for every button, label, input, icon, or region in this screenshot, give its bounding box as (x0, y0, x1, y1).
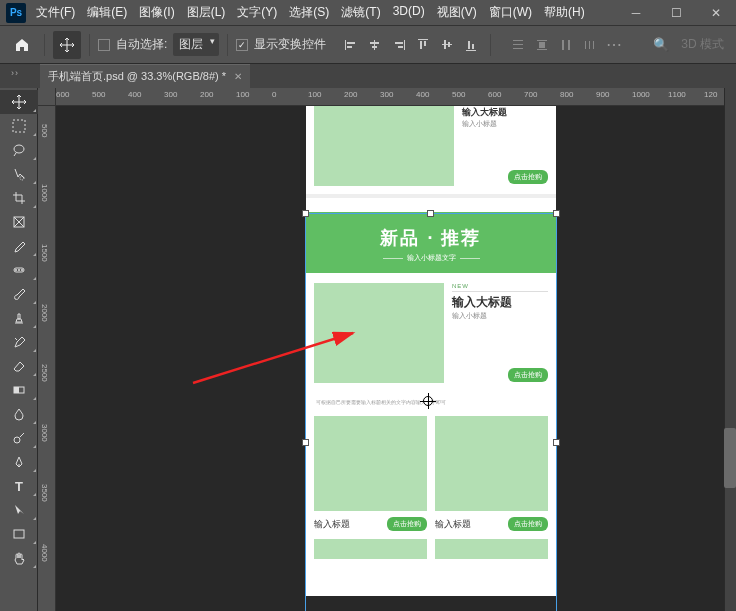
menu-view[interactable]: 视图(V) (431, 0, 483, 25)
marquee-tool[interactable] (0, 114, 38, 138)
top-big-title: 输入大标题 (462, 106, 548, 119)
svg-rect-20 (513, 48, 523, 49)
stamp-tool[interactable] (0, 306, 38, 330)
align-top-icon[interactable] (412, 34, 434, 56)
svg-rect-18 (513, 40, 523, 41)
ps-logo: Ps (6, 3, 26, 23)
blur-tool[interactable] (0, 402, 38, 426)
ruler-vertical[interactable]: 5001000150020002500300035004000 (38, 106, 56, 611)
history-brush-tool[interactable] (0, 330, 38, 354)
mid-btn: 点击抢购 (508, 368, 548, 382)
svg-rect-4 (370, 42, 379, 44)
quick-select-tool[interactable] (0, 162, 38, 186)
show-transform-checkbox[interactable]: ✓ (236, 39, 248, 51)
mid-small-title: 输入小标题 (452, 311, 548, 321)
menu-layer[interactable]: 图层(L) (181, 0, 232, 25)
svg-rect-37 (14, 387, 19, 393)
document-tab-bar: 手机端首页.psd @ 33.3%(RGB/8#) * ✕ (0, 64, 736, 88)
expand-toolbar-icon[interactable]: ›› (0, 64, 30, 82)
scrollbar-thumb[interactable] (724, 428, 736, 488)
move-tool[interactable] (0, 90, 38, 114)
dist-vc-icon[interactable] (531, 34, 553, 56)
document-canvas[interactable]: 输入大标题 输入小标题 点击抢购 新品 · 推荐 输入小标题文字 NEW (306, 106, 556, 596)
menu-help[interactable]: 帮助(H) (538, 0, 591, 25)
svg-rect-11 (424, 41, 426, 46)
ruler-horizontal[interactable]: 6005004003002001000100200300400500600700… (56, 88, 724, 106)
svg-rect-13 (444, 40, 446, 49)
eyedropper-tool[interactable] (0, 234, 38, 258)
crop-tool[interactable] (0, 186, 38, 210)
brush-tool[interactable] (0, 282, 38, 306)
svg-rect-26 (585, 41, 586, 49)
align-vcenter-icon[interactable] (436, 34, 458, 56)
search-icon[interactable]: 🔍 (647, 37, 675, 52)
document-tab[interactable]: 手机端首页.psd @ 33.3%(RGB/8#) * ✕ (40, 64, 250, 88)
dist-more-icon[interactable]: ⋯ (603, 34, 625, 56)
dist-bot-icon[interactable] (555, 34, 577, 56)
ruler-origin[interactable] (38, 88, 56, 106)
svg-rect-16 (468, 41, 470, 49)
document-tab-title: 手机端首页.psd @ 33.3%(RGB/8#) * (48, 69, 226, 84)
dist-left-icon[interactable] (579, 34, 601, 56)
pen-tool[interactable] (0, 450, 38, 474)
banner-subtitle: 输入小标题文字 (306, 253, 556, 263)
align-left-icon[interactable] (340, 34, 362, 56)
workspace[interactable]: 6005004003002001000100200300400500600700… (38, 88, 724, 611)
align-right-icon[interactable] (388, 34, 410, 56)
svg-rect-14 (448, 42, 450, 47)
panel-dock[interactable] (724, 88, 736, 611)
align-hcenter-icon[interactable] (364, 34, 386, 56)
svg-point-35 (21, 269, 23, 271)
tab-close-icon[interactable]: ✕ (234, 71, 242, 82)
maximize-button[interactable]: ☐ (656, 0, 696, 26)
menu-3d[interactable]: 3D(D) (387, 0, 431, 25)
card2-title: 输入标题 (435, 518, 471, 531)
dist-top-icon[interactable] (507, 34, 529, 56)
dodge-tool[interactable] (0, 426, 38, 450)
show-transform-label: 显示变换控件 (254, 36, 326, 53)
minimize-button[interactable]: ─ (616, 0, 656, 26)
auto-select-scope[interactable]: 图层 (173, 33, 219, 56)
eraser-tool[interactable] (0, 354, 38, 378)
menu-bar: 文件(F) 编辑(E) 图像(I) 图层(L) 文字(Y) 选择(S) 滤镜(T… (30, 0, 591, 25)
align-bottom-icon[interactable] (460, 34, 482, 56)
menu-file[interactable]: 文件(F) (30, 0, 81, 25)
svg-rect-39 (14, 530, 24, 538)
distribute-group: ⋯ (507, 34, 625, 56)
svg-rect-28 (593, 41, 594, 49)
menu-window[interactable]: 窗口(W) (483, 0, 538, 25)
menu-image[interactable]: 图像(I) (133, 0, 180, 25)
svg-rect-1 (347, 42, 355, 44)
heal-tool[interactable] (0, 258, 38, 282)
move-tool-icon[interactable] (53, 31, 81, 59)
gradient-tool[interactable] (0, 378, 38, 402)
svg-rect-29 (13, 120, 25, 132)
type-tool[interactable]: T (0, 474, 38, 498)
svg-rect-21 (537, 40, 547, 41)
svg-rect-5 (372, 46, 377, 48)
menu-select[interactable]: 选择(S) (283, 0, 335, 25)
svg-rect-23 (539, 42, 545, 48)
svg-rect-24 (562, 40, 564, 50)
shape-tool[interactable] (0, 522, 38, 546)
window-controls: ─ ☐ ✕ (616, 0, 736, 26)
path-select-tool[interactable] (0, 498, 38, 522)
svg-point-34 (18, 269, 20, 271)
lasso-tool[interactable] (0, 138, 38, 162)
hand-tool[interactable] (0, 546, 38, 570)
menu-filter[interactable]: 滤镜(T) (335, 0, 386, 25)
toolbox: T (0, 88, 38, 611)
card1-btn: 点击抢购 (387, 517, 427, 531)
home-button[interactable] (8, 31, 36, 59)
top-btn: 点击抢购 (508, 170, 548, 184)
banner: 新品 · 推荐 输入小标题文字 (306, 212, 556, 273)
svg-rect-27 (589, 41, 590, 49)
svg-rect-8 (398, 46, 403, 48)
auto-select-checkbox[interactable] (98, 39, 110, 51)
card1-title: 输入标题 (314, 518, 350, 531)
menu-type[interactable]: 文字(Y) (231, 0, 283, 25)
frame-tool[interactable] (0, 210, 38, 234)
svg-rect-22 (537, 49, 547, 50)
close-button[interactable]: ✕ (696, 0, 736, 26)
menu-edit[interactable]: 编辑(E) (81, 0, 133, 25)
